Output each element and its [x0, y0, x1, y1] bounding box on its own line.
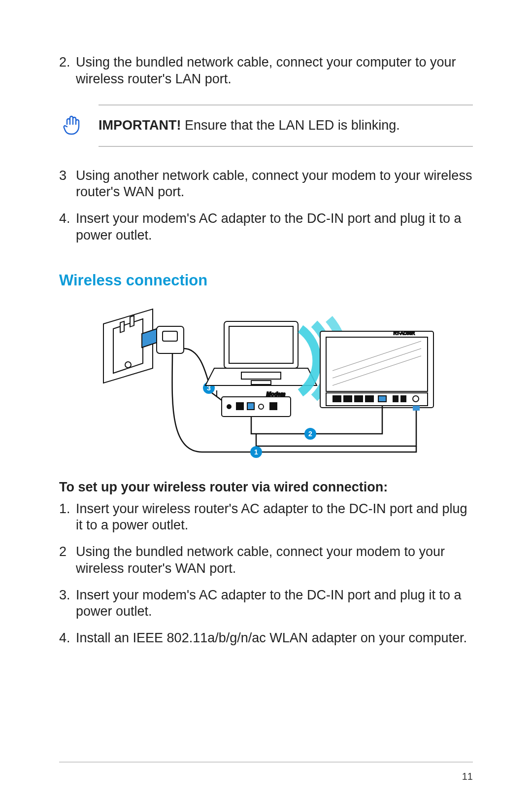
sub-heading: To set up your wireless router via wired… [59, 480, 473, 495]
list-text: Insert your modem's AC adapter to the DC… [76, 210, 473, 244]
callout-text: IMPORTANT! Ensure that the LAN LED is bl… [99, 118, 400, 133]
divider [99, 146, 473, 147]
modem-icon: Modem [217, 390, 291, 417]
list-num: 4. [59, 210, 76, 244]
list-item: 2. Using the bundled network cable, conn… [59, 54, 473, 88]
svg-text:Modem: Modem [266, 391, 286, 397]
svg-rect-23 [393, 396, 398, 402]
list-item: 4. Install an IEEE 802.11a/b/g/n/ac WLAN… [59, 630, 473, 647]
svg-rect-21 [366, 396, 373, 402]
list-text: Using the bundled network cable, connect… [76, 544, 473, 577]
callout-bold: IMPORTANT! [99, 118, 181, 133]
svg-rect-8 [229, 326, 293, 363]
svg-rect-10 [251, 381, 271, 384]
router-icon: RT-AC56R [320, 331, 433, 408]
svg-point-2 [125, 362, 131, 368]
svg-rect-20 [355, 396, 363, 402]
list-text: Using another network cable, connect you… [76, 168, 473, 201]
connection-diagram: 3 [59, 304, 473, 467]
svg-rect-22 [378, 396, 386, 402]
important-callout: IMPORTANT! Ensure that the LAN LED is bl… [59, 105, 473, 147]
list-num: 3 [59, 168, 76, 201]
step-list-top: 2. Using the bundled network cable, conn… [59, 54, 473, 88]
section-title: Wireless connection [59, 272, 473, 289]
list-num: 4. [59, 630, 76, 647]
list-item: 2 Using the bundled network cable, conne… [59, 544, 473, 577]
diagram-badge-1: 1 [250, 446, 262, 458]
svg-rect-12 [326, 337, 428, 391]
list-text: Install an IEEE 802.11a/b/g/n/ac WLAN ad… [76, 630, 467, 647]
svg-rect-9 [241, 372, 281, 379]
list-text: Using the bundled network cable, connect… [76, 54, 473, 88]
svg-text:RT-AC56R: RT-AC56R [394, 331, 415, 336]
list-num: 2 [59, 544, 76, 577]
svg-rect-4 [163, 331, 177, 341]
svg-rect-26 [222, 397, 291, 417]
svg-text:2: 2 [308, 430, 312, 438]
list-item: 1. Insert your wireless router's AC adap… [59, 501, 473, 534]
hand-stop-icon [62, 112, 87, 139]
list-item: 3. Insert your modem's AC adapter to the… [59, 587, 473, 621]
diagram-badge-2: 2 [304, 428, 316, 440]
svg-rect-29 [236, 403, 243, 410]
svg-rect-32 [270, 403, 277, 410]
dc-plug-icon [413, 406, 420, 411]
step-list-bottom: 1. Insert your wireless router's AC adap… [59, 501, 473, 647]
list-text: Insert your modem's AC adapter to the DC… [76, 587, 473, 621]
svg-rect-1 [130, 315, 134, 327]
list-num: 3. [59, 587, 76, 621]
callout-rest: Ensure that the LAN LED is blinking. [181, 118, 399, 133]
step-list-mid: 3 Using another network cable, connect y… [59, 168, 473, 244]
page-number: 11 [462, 771, 473, 782]
svg-text:1: 1 [254, 448, 258, 456]
svg-rect-18 [333, 396, 341, 402]
svg-rect-24 [401, 396, 406, 402]
list-item: 4. Insert your modem's AC adapter to the… [59, 210, 473, 244]
svg-rect-0 [120, 321, 124, 332]
list-num: 1. [59, 501, 76, 534]
svg-rect-30 [247, 403, 254, 410]
svg-rect-19 [344, 396, 352, 402]
list-text: Insert your wireless router's AC adapter… [76, 501, 473, 534]
list-item: 3 Using another network cable, connect y… [59, 168, 473, 201]
divider [59, 762, 473, 763]
svg-point-28 [227, 405, 231, 409]
list-num: 2. [59, 54, 76, 88]
